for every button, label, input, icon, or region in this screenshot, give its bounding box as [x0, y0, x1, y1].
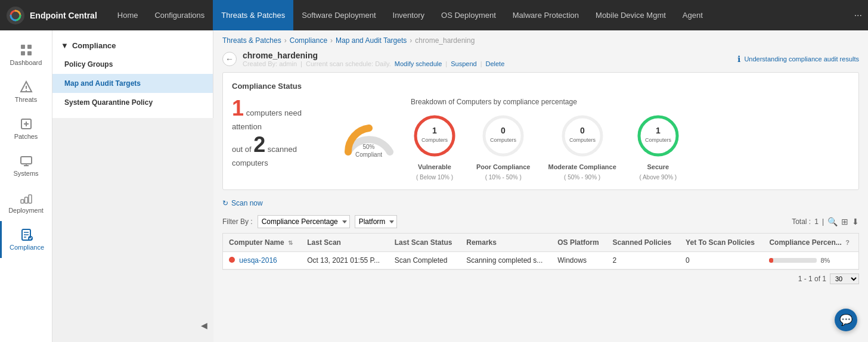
main-layout: Dashboard Threats Patches Sys: [0, 30, 868, 342]
attention-count: 1: [232, 96, 244, 120]
circle-secure[interactable]: 1 Computers Secure ( Above 90% ): [634, 112, 682, 181]
scan-now-label: Scan now: [231, 199, 263, 207]
breadcrumb-compliance[interactable]: Compliance: [290, 36, 327, 45]
sidebar-item-dashboard[interactable]: Dashboard: [0, 36, 52, 73]
dashboard-icon: [20, 43, 33, 57]
app-logo[interactable]: Endpoint Central: [6, 6, 97, 25]
nav-threats-patches[interactable]: Threats & Patches: [213, 0, 293, 30]
sidebar-item-policy-groups[interactable]: Policy Groups: [52, 55, 213, 74]
breadcrumb-sep-2: ›: [330, 36, 333, 45]
svg-text:0: 0: [501, 126, 506, 135]
col-os-platform: OS Platform: [551, 234, 606, 252]
sidebar-item-quarantine-policy[interactable]: System Quarantine Policy: [52, 93, 213, 112]
vulnerable-sublabel: ( Below 10% ): [416, 174, 453, 181]
col-yet-to-scan: Yet To Scan Policies: [680, 234, 763, 252]
page-title-block: chrome_hardening Created By: admin | Cur…: [243, 51, 504, 67]
secure-circle-svg: 1 Computers: [634, 112, 682, 160]
cell-os-platform: Windows: [551, 252, 606, 269]
breadcrumb-threats-patches[interactable]: Threats & Patches: [222, 36, 281, 45]
secure-sublabel: ( Above 90% ): [639, 174, 677, 181]
cell-last-scan: Oct 13, 2021 01:55 P...: [301, 252, 389, 269]
logo-icon: [6, 6, 25, 25]
nav-home[interactable]: Home: [109, 0, 147, 30]
chat-icon: 💬: [839, 313, 852, 327]
circle-vulnerable[interactable]: 1 Computers Vulnerable ( Below 10% ): [411, 112, 458, 181]
sidebar-item-map-audit-targets[interactable]: Map and Audit Targets: [52, 74, 213, 93]
data-table-wrapper: Computer Name ⇅ Last Scan Last Scan Stat…: [222, 233, 859, 270]
compliance-card-inner: 1 computers need attention out of 2 scan…: [232, 98, 850, 181]
svg-text:0: 0: [580, 126, 585, 135]
meta-sep-1: |: [300, 60, 302, 67]
breakdown-title: Breakdown of Computers by compliance per…: [411, 98, 850, 106]
back-button[interactable]: ←: [222, 52, 237, 66]
nav-os-deployment[interactable]: OS Deployment: [433, 0, 504, 30]
svg-rect-4: [27, 51, 32, 55]
breadcrumb-sep-3: ›: [410, 36, 412, 45]
meta-sep-3: |: [480, 60, 482, 67]
cell-computer-name: uesqa-2016: [223, 252, 301, 269]
circle-moderate-compliance[interactable]: 0 Computers Moderate Compliance ( 50% - …: [548, 112, 616, 181]
sidebar-section-header[interactable]: ▼ Compliance: [52, 36, 213, 55]
help-icon[interactable]: ?: [845, 239, 850, 246]
secure-label: Secure: [647, 163, 669, 170]
download-button[interactable]: ⬇: [852, 217, 859, 226]
nav-agent[interactable]: Agent: [674, 0, 711, 30]
grid-view-button[interactable]: ⊞: [841, 217, 848, 226]
compliance-percentage-filter[interactable]: Compliance Percentage: [258, 215, 350, 228]
svg-text:1: 1: [656, 126, 661, 135]
meta-sep-2: |: [445, 60, 447, 67]
sidebar-item-systems[interactable]: Systems: [0, 147, 52, 184]
compliance-card-title: Compliance Status: [232, 82, 850, 91]
nav-inventory[interactable]: Inventory: [385, 0, 433, 30]
delete-link[interactable]: Delete: [486, 60, 505, 67]
platform-filter[interactable]: Platform: [355, 215, 397, 228]
svg-point-6: [26, 90, 27, 91]
table-header-row: Computer Name ⇅ Last Scan Last Scan Stat…: [223, 234, 858, 252]
svg-text:Computers: Computers: [490, 137, 517, 143]
sidebar-item-deployment[interactable]: Deployment: [0, 184, 52, 221]
scan-now-bar[interactable]: ↻ Scan now: [222, 199, 859, 207]
threats-icon: [20, 80, 33, 94]
sidebar-item-patches[interactable]: Patches: [0, 110, 52, 147]
compliance-icon: [20, 228, 33, 241]
chevron-down-icon: ▼: [61, 41, 69, 50]
col-computer-name: Computer Name ⇅: [223, 234, 301, 252]
collapse-sidebar-button[interactable]: ◀: [201, 321, 207, 330]
nav-software-deployment[interactable]: Software Deployment: [293, 0, 384, 30]
cell-yet-to-scan: 0: [680, 252, 763, 269]
sidebar-item-threats[interactable]: Threats: [0, 73, 52, 110]
svg-point-0: [7, 7, 24, 24]
breadcrumb-map-audit[interactable]: Map and Audit Targets: [336, 36, 407, 45]
separator: |: [822, 217, 824, 226]
status-dot: [229, 257, 235, 263]
computer-name-link[interactable]: uesqa-2016: [239, 256, 277, 265]
svg-rect-14: [24, 197, 27, 203]
cell-last-scan-status: Scan Completed: [389, 252, 461, 269]
svg-text:Computers: Computers: [645, 137, 672, 143]
per-page-select[interactable]: 30 50 100: [830, 273, 859, 284]
nav-mobile-device-mgmt[interactable]: Mobile Device Mgmt: [587, 0, 674, 30]
out-of-text: out of: [232, 145, 252, 154]
filter-bar: Filter By : Compliance Percentage Platfo…: [213, 210, 868, 233]
refresh-icon: ↻: [222, 199, 228, 207]
suspend-link[interactable]: Suspend: [451, 60, 476, 67]
modify-schedule-link[interactable]: Modify schedule: [395, 60, 442, 67]
svg-rect-10: [21, 157, 32, 164]
chat-fab-button[interactable]: 💬: [835, 309, 857, 331]
circle-poor-compliance[interactable]: 0 Computers Poor Compliance ( 10% - 50% …: [476, 112, 530, 181]
sort-icon[interactable]: ⇅: [288, 240, 293, 246]
nav-configurations[interactable]: Configurations: [146, 0, 213, 30]
table-row: uesqa-2016 Oct 13, 2021 01:55 P... Scan …: [223, 252, 858, 269]
breadcrumb-sep-1: ›: [284, 36, 287, 45]
nav-malware-protection[interactable]: Malware Protection: [504, 0, 587, 30]
donut-label: 50%Compliant: [355, 143, 382, 158]
poor-compliance-sublabel: ( 10% - 50% ): [485, 174, 522, 181]
page-meta: Created By: admin | Current scan schedul…: [243, 60, 504, 67]
col-compliance-percent: Compliance Percen... ?: [763, 234, 858, 252]
sidebar-item-compliance[interactable]: Compliance: [0, 221, 52, 258]
help-link[interactable]: Understanding compliance audit results: [744, 55, 859, 63]
nav-more-icon[interactable]: ···: [854, 10, 862, 21]
svg-point-25: [484, 117, 522, 155]
svg-rect-15: [29, 195, 32, 203]
search-button[interactable]: 🔍: [827, 217, 838, 226]
